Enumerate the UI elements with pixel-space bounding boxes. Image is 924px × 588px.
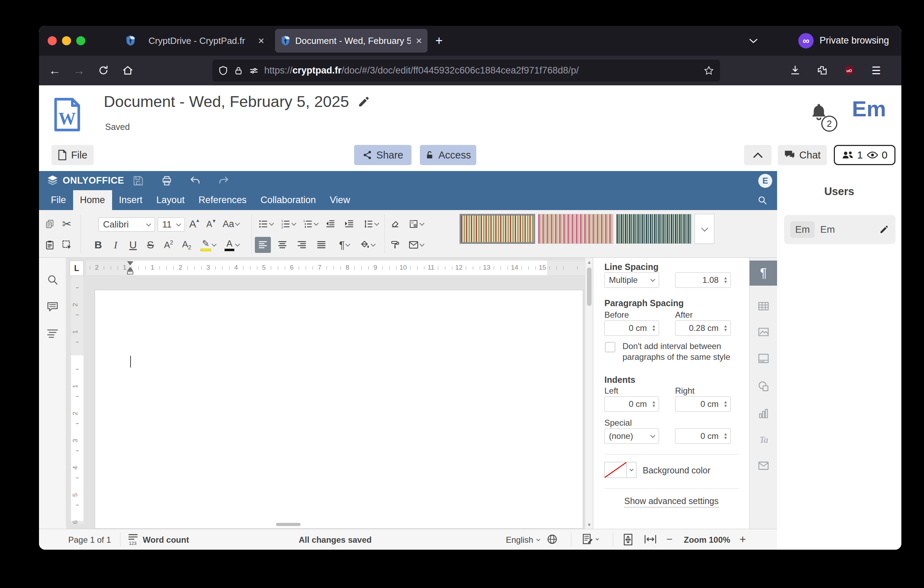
table-settings-tab[interactable]	[757, 300, 769, 312]
tab-stop-selector[interactable]: L	[69, 261, 84, 276]
indent-right-spinner[interactable]: 0 cm▲▼	[675, 396, 731, 412]
list-tabs-button[interactable]	[746, 34, 761, 48]
editor-search-button[interactable]	[756, 193, 769, 207]
fit-page-button[interactable]	[622, 533, 634, 546]
spinner-arrows[interactable]: ▲▼	[723, 276, 728, 284]
spinner-arrows[interactable]: ▲▼	[723, 432, 728, 440]
menu-references[interactable]: References	[191, 190, 254, 210]
permissions-icon[interactable]	[249, 66, 259, 76]
decrease-font-button[interactable]: A▼	[203, 216, 219, 232]
paste-button[interactable]	[42, 237, 58, 253]
save-button[interactable]	[131, 174, 145, 187]
superscript-button[interactable]: A2	[160, 237, 177, 253]
word-count-button[interactable]: Word count	[143, 535, 189, 545]
highlight-color-button[interactable]: ✎	[197, 237, 219, 253]
hanging-indent-marker[interactable]	[127, 267, 133, 271]
align-left-button[interactable]	[255, 237, 271, 253]
horizontal-scrollbar-thumb[interactable]	[276, 523, 300, 526]
ublock-origin-button[interactable]: uO	[841, 62, 857, 78]
notification-count-badge[interactable]: 2	[821, 116, 837, 132]
extensions-button[interactable]	[814, 62, 830, 78]
background-color-dropdown[interactable]	[627, 462, 637, 478]
minimize-window-button[interactable]	[62, 36, 71, 45]
bold-button[interactable]: B	[90, 237, 106, 253]
italic-button[interactable]: I	[107, 237, 124, 253]
user-list-item[interactable]: Em Em	[784, 215, 896, 244]
font-color-button[interactable]: A	[221, 237, 243, 253]
tab-close-icon[interactable]: ×	[258, 35, 264, 47]
select-all-button[interactable]	[59, 237, 75, 253]
change-case-button[interactable]: Aa	[220, 216, 242, 232]
tab-document-active[interactable]: Document - Wed, February 5, 2 ×	[275, 29, 427, 53]
vertical-ruler[interactable]: 21123456	[71, 276, 84, 524]
copy-button[interactable]	[42, 216, 58, 232]
clear-style-button[interactable]	[387, 216, 403, 232]
bookmark-star-icon[interactable]	[703, 65, 714, 76]
vertical-scrollbar-thumb[interactable]	[587, 268, 592, 306]
document-page[interactable]	[95, 290, 583, 529]
style-preview-no-spacing[interactable]	[538, 214, 614, 244]
menu-collaboration[interactable]: Collaboration	[254, 190, 323, 210]
style-gallery-expand-button[interactable]	[695, 214, 714, 244]
image-settings-tab[interactable]	[757, 326, 769, 338]
cut-button[interactable]: ✂	[59, 216, 75, 232]
set-language-button[interactable]	[546, 533, 558, 545]
background-color-swatch[interactable]	[604, 462, 627, 478]
header-footer-settings-tab[interactable]	[757, 352, 769, 364]
maximize-window-button[interactable]	[76, 36, 85, 45]
back-button[interactable]: ←	[47, 62, 63, 78]
menu-insert[interactable]: Insert	[112, 190, 150, 210]
tab-cryptdrive[interactable]: CryptDrive - CryptPad.fr ×	[120, 29, 270, 53]
vertical-scrollbar[interactable]: ▲ ▼	[585, 258, 593, 529]
menu-view[interactable]: View	[323, 190, 357, 210]
line-spacing-button[interactable]	[360, 216, 381, 232]
interval-checkbox-label[interactable]: Don't add interval between paragraphs of…	[622, 341, 745, 362]
special-by-spinner[interactable]: 0 cm▲▼	[675, 428, 731, 444]
subscript-button[interactable]: A2	[178, 237, 195, 253]
underline-button[interactable]: U	[125, 237, 141, 253]
share-button[interactable]: Share	[354, 145, 411, 165]
language-selector[interactable]: English	[506, 535, 540, 545]
shape-settings-tab[interactable]	[757, 380, 769, 392]
increase-indent-button[interactable]	[341, 216, 357, 232]
rename-pencil-icon[interactable]	[358, 96, 370, 108]
home-button[interactable]	[120, 62, 136, 78]
menu-layout[interactable]: Layout	[149, 190, 191, 210]
url-bar[interactable]: https://cryptpad.fr/doc/#/3/doc/edit/ff0…	[212, 59, 720, 81]
horizontal-ruler[interactable]: 21123456789101112131415	[86, 261, 585, 275]
url-text[interactable]: https://cryptpad.fr/doc/#/3/doc/edit/ff0…	[264, 65, 698, 76]
close-window-button[interactable]	[48, 36, 57, 45]
scroll-down-arrow[interactable]: ▼	[585, 521, 593, 528]
cell-shading-button[interactable]	[405, 216, 427, 232]
reload-button[interactable]	[96, 62, 111, 78]
bullet-list-button[interactable]	[255, 216, 276, 232]
line-spacing-value-spinner[interactable]: 1.08▲▼	[675, 273, 731, 288]
multilevel-list-button[interactable]: 1	[299, 216, 321, 232]
menu-file[interactable]: File	[44, 190, 73, 210]
lock-icon[interactable]	[234, 66, 243, 76]
decrease-indent-button[interactable]	[322, 216, 338, 232]
account-avatar[interactable]: Em	[852, 96, 886, 121]
menu-home[interactable]: Home	[73, 190, 112, 210]
document-title[interactable]: Document - Wed, February 5, 2025	[104, 92, 349, 111]
show-advanced-settings-link[interactable]: Show advanced settings	[624, 496, 719, 507]
increase-font-button[interactable]: A▲	[186, 216, 203, 232]
align-right-button[interactable]	[294, 237, 310, 253]
zoom-in-button[interactable]: +	[739, 533, 746, 546]
access-button[interactable]: Access	[420, 145, 476, 165]
presence-indicator[interactable]: 1 0	[834, 145, 896, 165]
left-indent-marker[interactable]	[127, 271, 133, 274]
mail-merge-settings-tab[interactable]	[757, 461, 769, 471]
style-preview-heading[interactable]	[616, 214, 692, 244]
fit-width-button[interactable]	[644, 534, 657, 544]
paragraph-shading-button[interactable]	[356, 237, 378, 253]
textart-settings-tab[interactable]: Ta	[757, 434, 770, 446]
tracking-protection-shield-icon[interactable]	[218, 66, 228, 76]
justify-button[interactable]	[314, 237, 329, 253]
zoom-out-button[interactable]: −	[667, 533, 673, 545]
strikethrough-button[interactable]: S	[142, 237, 158, 253]
mail-merge-button[interactable]	[405, 237, 427, 253]
downloads-button[interactable]	[787, 62, 803, 78]
scroll-up-arrow[interactable]: ▲	[585, 258, 593, 266]
paragraph-settings-tab[interactable]: ¶	[749, 261, 777, 286]
